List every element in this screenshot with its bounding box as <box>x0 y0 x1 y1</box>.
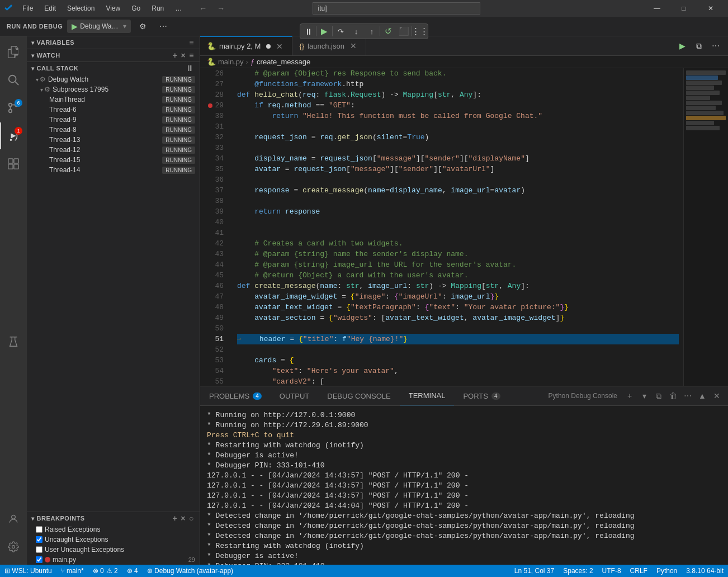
tab-launch-json[interactable]: {} launch.json ✕ <box>292 36 366 55</box>
remove-all-breakpoints[interactable]: × <box>179 513 187 524</box>
watch-add[interactable]: + <box>172 50 179 61</box>
callstack-item-mainthread[interactable]: MainThread RUNNING <box>27 94 200 105</box>
callstack-item-thread15[interactable]: Thread-15 RUNNING <box>27 155 200 165</box>
callstack-item-thread6[interactable]: Thread-6 RUNNING <box>27 105 200 115</box>
debug-restart[interactable]: ↺ <box>380 23 396 39</box>
new-terminal-btn[interactable]: + <box>623 389 636 403</box>
debug-step-into[interactable]: ↓ <box>348 23 364 39</box>
callstack-header[interactable]: ▾ CALL STACK ⏸ <box>27 62 200 74</box>
running-badge: RUNNING <box>162 106 195 113</box>
kill-terminal-btn[interactable]: 🗑 <box>666 389 680 403</box>
more-terminal-btn[interactable]: ⋯ <box>681 389 694 403</box>
debug-stop[interactable]: ⬛ <box>396 23 412 39</box>
mainpy-checkbox[interactable] <box>36 556 42 563</box>
status-eol[interactable]: CRLF <box>626 567 652 575</box>
panel-tab-debug-console[interactable]: DEBUG CONSOLE <box>318 386 399 405</box>
activity-item-source-control[interactable]: 6 <box>0 94 27 121</box>
menu-run[interactable]: Run <box>147 3 168 13</box>
split-terminal-btn[interactable]: ⧉ <box>652 389 665 403</box>
close-panel-btn[interactable]: ✕ <box>710 389 724 403</box>
debug-step-out[interactable]: ↑ <box>364 23 380 39</box>
callstack-item-thread8[interactable]: Thread-8 RUNNING <box>27 125 200 135</box>
menu-go[interactable]: Go <box>127 3 145 13</box>
activity-item-settings[interactable] <box>0 533 27 560</box>
tab-python-icon: 🐍 <box>207 42 216 50</box>
activity-item-accounts[interactable] <box>0 505 27 532</box>
tab-mainpy[interactable]: 🐍 main.py 2, M ✕ <box>200 36 292 55</box>
panel-actions: Python Debug Console + ▾ ⧉ 🗑 ⋯ ▲ ✕ <box>544 386 728 405</box>
status-language[interactable]: Python <box>652 567 682 575</box>
terminal[interactable]: * Running on http://127.0.0.1:9000 * Run… <box>200 406 728 565</box>
tab-close-mainpy[interactable]: ✕ <box>274 41 285 52</box>
status-wsl[interactable]: ⊞ WSL: Ubuntu <box>0 565 56 577</box>
status-errors[interactable]: ⊗ 0 ⚠ 2 <box>88 565 122 577</box>
split-editor-icon[interactable]: ⧉ <box>691 38 707 54</box>
menu-file[interactable]: File <box>18 3 37 13</box>
back-button[interactable]: ← <box>195 3 211 14</box>
callstack-pause-all[interactable]: ⏸ <box>185 63 195 74</box>
run-editor-icon[interactable]: ▶ <box>674 38 690 54</box>
menu-view[interactable]: View <box>101 3 125 13</box>
status-position[interactable]: Ln 51, Col 37 <box>510 567 559 575</box>
debug-pause[interactable]: ⏸ <box>300 23 316 39</box>
debug-drag[interactable]: ⋮⋮ <box>412 23 428 39</box>
status-encoding[interactable]: UTF-8 <box>598 567 626 575</box>
maximize-button[interactable]: □ <box>671 0 697 17</box>
code-content[interactable]: # @param {Object} res Response to send b… <box>233 68 683 386</box>
status-debug[interactable]: ⊕ Debug Watch (avatar-app) <box>143 565 238 577</box>
callstack-item-subprocess[interactable]: ▾ ⚙ Subprocess 17995 RUNNING <box>27 84 200 94</box>
callstack-item-thread12[interactable]: Thread-12 RUNNING <box>27 145 200 155</box>
user-uncaught-checkbox[interactable] <box>36 546 42 553</box>
toggle-breakpoints[interactable]: ○ <box>188 513 195 524</box>
menu-more[interactable]: … <box>171 3 186 13</box>
tab-close-launch[interactable]: ✕ <box>348 40 359 51</box>
breakpoint-mainpy: main.py 29 <box>27 555 200 565</box>
status-version[interactable]: 3.8.10 64-bit <box>682 567 728 575</box>
callstack-item-label: Subprocess 17995 <box>53 86 162 93</box>
callstack-item-thread14[interactable]: Thread-14 RUNNING <box>27 165 200 175</box>
activity-item-testing[interactable] <box>0 328 27 355</box>
callstack-item-thread9[interactable]: Thread-9 RUNNING <box>27 115 200 125</box>
status-git[interactable]: ⑂ main* <box>56 565 88 577</box>
minimize-button[interactable]: — <box>644 0 670 17</box>
raised-exceptions-checkbox[interactable] <box>36 526 42 533</box>
debug-config-dropdown[interactable]: ▶ Debug Wa… ▾ <box>67 20 130 33</box>
forward-button[interactable]: → <box>213 3 229 14</box>
debug-continue[interactable]: ▶ <box>316 23 332 39</box>
callstack-item-thread13[interactable]: Thread-13 RUNNING <box>27 135 200 145</box>
panel-tab-output[interactable]: OUTPUT <box>271 386 318 405</box>
variables-collapse-all[interactable]: ≡ <box>188 37 195 48</box>
code-line-35: avatar = request_json["message"]["sender… <box>237 164 679 174</box>
maximize-panel-btn[interactable]: ▲ <box>696 389 709 403</box>
debug-settings-icon[interactable]: ⚙ <box>135 18 151 34</box>
ln-32: 32 <box>205 132 228 143</box>
menu-selection[interactable]: Selection <box>63 3 99 13</box>
panel-tab-terminal[interactable]: TERMINAL <box>400 386 455 405</box>
activity-item-extensions[interactable] <box>0 150 27 177</box>
code-editor[interactable]: 26 27 28 29 30 31 32 33 34 35 36 37 38 3… <box>200 68 683 386</box>
status-remote[interactable]: ⊕ 4 <box>122 565 143 577</box>
status-spaces[interactable]: Spaces: 2 <box>559 567 597 575</box>
callstack-item-debug-watch[interactable]: ▾ ⚙ Debug Watch RUNNING <box>27 74 200 84</box>
activity-item-explorer[interactable] <box>0 39 27 65</box>
breadcrumb-function[interactable]: create_message <box>257 58 310 66</box>
add-breakpoint[interactable]: + <box>172 513 179 524</box>
breakpoints-header[interactable]: ▾ BREAKPOINTS + × ○ <box>27 512 200 524</box>
menu-edit[interactable]: Edit <box>40 3 60 13</box>
terminal-dropdown[interactable]: ▾ <box>637 389 651 403</box>
watch-header[interactable]: ▾ WATCH + × ≡ <box>27 49 200 62</box>
more-editor-actions[interactable]: ⋯ <box>708 38 724 54</box>
panel-tab-problems[interactable]: PROBLEMS 4 <box>200 386 271 405</box>
debug-step-over[interactable]: ↷ <box>333 23 348 39</box>
activity-item-search[interactable] <box>0 67 27 93</box>
debug-more-icon[interactable]: ⋯ <box>155 18 171 34</box>
activity-item-run-debug[interactable]: 1 <box>0 122 27 149</box>
breadcrumb-file[interactable]: main.py <box>218 58 244 66</box>
watch-remove-all[interactable]: × <box>180 50 187 61</box>
uncaught-exceptions-checkbox[interactable] <box>36 536 42 543</box>
variables-header[interactable]: ▾ VARIABLES ≡ <box>27 36 200 49</box>
watch-collapse[interactable]: ≡ <box>188 50 195 61</box>
panel-tab-ports[interactable]: PORTS 4 <box>454 386 509 405</box>
address-bar[interactable]: itu] <box>313 2 480 15</box>
close-button[interactable]: ✕ <box>698 0 724 17</box>
